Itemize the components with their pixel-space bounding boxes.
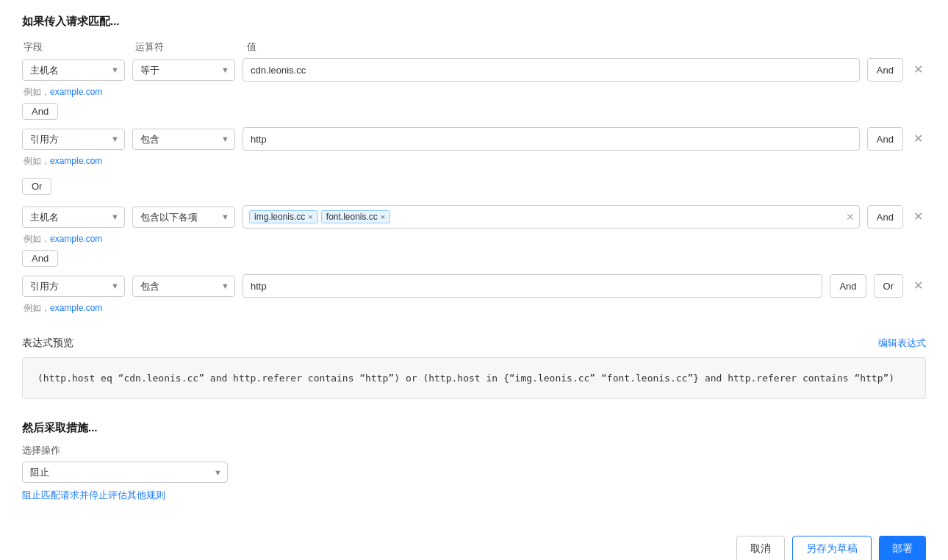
op-dropdown-2[interactable]: 包含 等于 不包含 [132,129,235,150]
save-draft-button[interactable]: 另存为草稿 [792,536,872,560]
and-logic-btn-2[interactable]: And [22,250,58,267]
op-col-label: 运算符 [135,40,238,54]
expr-header: 表达式预览 编辑表达式 [22,337,926,350]
field-select-3[interactable]: 主机名 引用方 路径 ▼ [22,207,125,228]
hint-text-4: 例如，example.com [24,302,926,315]
then-section: 然后采取措施... 选择操作 阻止 允许 挑战 托管挑战 绕过 ▼ 阻止匹配请求… [22,421,926,502]
tags-input-3[interactable]: img.leonis.cc × font.leonis.cc × ✕ [243,205,860,229]
op-select-4[interactable]: 包含 等于 不包含 ▼ [132,276,235,297]
remove-row-1-icon[interactable]: ✕ [911,64,926,76]
hint-link-2[interactable]: example.com [50,156,102,166]
and-button-1[interactable]: And [867,58,903,82]
op-dropdown-1[interactable]: 等于 不等于 包含 [132,60,235,81]
action-description: 阻止匹配请求并停止评估其他规则 [22,489,926,502]
and-logic-row-2: And [22,250,926,267]
or-button-4[interactable]: Or [874,274,903,298]
then-title: 然后采取措施... [22,421,926,435]
tag-font-leonis: font.leonis.cc × [321,210,390,223]
table-row: 引用方 主机名 路径 ▼ 包含 等于 不包含 ▼ And ✕ [22,127,926,151]
hint-link-3[interactable]: example.com [50,234,102,244]
or-logic-btn[interactable]: Or [22,178,51,195]
remove-row-2-icon[interactable]: ✕ [911,133,926,145]
if-section-title: 如果传入请求匹配... [22,15,926,29]
and-logic-btn-1[interactable]: And [22,103,58,120]
edit-expression-link[interactable]: 编辑表达式 [878,337,926,350]
field-select-4[interactable]: 引用方 主机名 路径 ▼ [22,276,125,297]
table-row: 主机名 引用方 路径 ▼ 包含以下各项 等于 包含 ▼ img.leonis.c… [22,205,926,229]
condition-group-1: 主机名 引用方 路径 ▼ 等于 不等于 包含 ▼ And ✕ 例如，exampl… [22,58,926,168]
value-input-2[interactable] [243,127,860,151]
expression-preview-section: 表达式预览 编辑表达式 (http.host eq “cdn.leonis.cc… [22,337,926,399]
cancel-button[interactable]: 取消 [736,536,785,560]
table-row: 主机名 引用方 路径 ▼ 等于 不等于 包含 ▼ And ✕ [22,58,926,82]
field-dropdown-3[interactable]: 主机名 引用方 路径 [22,207,125,228]
val-col-label: 值 [247,40,926,54]
op-select-2[interactable]: 包含 等于 不包含 ▼ [132,129,235,150]
hint-text-2: 例如，example.com [24,155,926,168]
and-logic-row-1: And [22,103,926,120]
op-dropdown-4[interactable]: 包含 等于 不包含 [132,276,235,297]
tag-close-icon[interactable]: × [381,213,385,221]
field-dropdown-4[interactable]: 引用方 主机名 路径 [22,276,125,297]
value-input-4[interactable] [243,274,822,298]
footer-buttons: 取消 另存为草稿 部署 [22,524,926,560]
op-dropdown-3[interactable]: 包含以下各项 等于 包含 [132,207,235,228]
remove-row-4-icon[interactable]: ✕ [911,280,926,292]
tag-label: font.leonis.cc [326,212,378,222]
field-dropdown-2[interactable]: 引用方 主机名 路径 [22,129,125,150]
hint-text-1: 例如，example.com [24,86,926,98]
tag-img-leonis: img.leonis.cc × [249,210,318,223]
hint-link-4[interactable]: example.com [50,303,102,313]
or-separator: Or [22,178,926,195]
expr-preview-label: 表达式预览 [22,337,73,350]
action-select[interactable]: 阻止 允许 挑战 托管挑战 绕过 ▼ [22,462,228,483]
field-select-2[interactable]: 引用方 主机名 路径 ▼ [22,129,125,150]
deploy-button[interactable]: 部署 [879,536,926,560]
tag-close-icon[interactable]: × [308,213,312,221]
op-select-1[interactable]: 等于 不等于 包含 ▼ [132,60,235,81]
field-select-1[interactable]: 主机名 引用方 路径 ▼ [22,60,125,81]
field-col-label: 字段 [24,40,126,54]
and-button-2[interactable]: And [867,127,903,151]
select-op-label: 选择操作 [22,444,926,457]
tag-label: img.leonis.cc [254,212,305,222]
tags-clear-icon[interactable]: ✕ [846,211,855,223]
table-row: 引用方 主机名 路径 ▼ 包含 等于 不包含 ▼ And Or ✕ [22,274,926,298]
expr-preview-content: (http.host eq “cdn.leonis.cc” and http.r… [22,357,926,399]
field-dropdown-1[interactable]: 主机名 引用方 路径 [22,60,125,81]
remove-row-3-icon[interactable]: ✕ [911,211,926,223]
and-button-3[interactable]: And [867,205,903,229]
op-select-3[interactable]: 包含以下各项 等于 包含 ▼ [132,207,235,228]
action-dropdown[interactable]: 阻止 允许 挑战 托管挑战 绕过 [22,462,228,483]
and-button-4[interactable]: And [830,274,866,298]
value-input-1[interactable] [243,58,860,82]
hint-link-1[interactable]: example.com [50,87,102,97]
hint-text-3: 例如，example.com [24,233,926,245]
condition-group-2: 主机名 引用方 路径 ▼ 包含以下各项 等于 包含 ▼ img.leonis.c… [22,205,926,315]
